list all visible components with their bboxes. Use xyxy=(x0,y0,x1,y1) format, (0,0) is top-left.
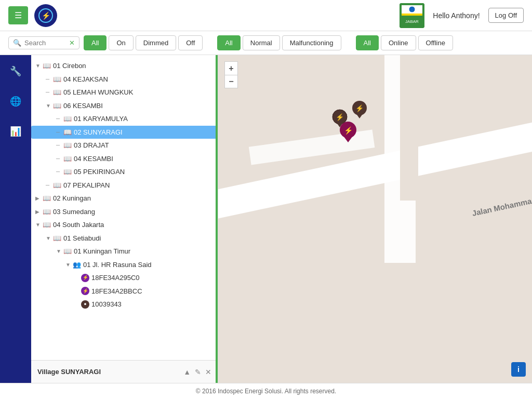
tree-label-kuningan-timur: 01 Kuningan Timur xyxy=(74,246,130,257)
svg-rect-10 xyxy=(400,55,418,201)
tree-bottom-icons: ▲ ✎ ✕ xyxy=(183,368,211,376)
tree-item-dev2[interactable]: ⚡ 18FE34A2BBCC xyxy=(31,285,218,298)
tree-label-drajat: 03 DRAJAT xyxy=(74,140,109,151)
topbar-left: ☰ ⚡ xyxy=(8,4,57,27)
tree-toggle-sumedang: ▶ xyxy=(35,208,42,216)
road-name-label: Jalan Mohammad Toha xyxy=(471,191,532,218)
filter-dimmed[interactable]: Dimmed xyxy=(136,35,176,50)
book-icon-sunyaragi: 📖 xyxy=(63,127,72,138)
tree-item-dev1[interactable]: ⚡ 18FE34A295C0 xyxy=(31,271,218,285)
search-clear-icon[interactable]: ✕ xyxy=(69,39,75,47)
tree-accent-bar xyxy=(216,55,218,383)
filter-on[interactable]: On xyxy=(109,35,133,50)
tree-item-dev3[interactable]: ● 10039343 xyxy=(31,298,218,311)
region-badge: JABAR xyxy=(400,3,424,28)
search-input[interactable] xyxy=(24,39,66,47)
filter-all-power[interactable]: All xyxy=(84,35,107,50)
tree-label-kejaksan: 04 KEJAKSAN xyxy=(63,74,108,85)
tree-label-lemah: 05 LEMAH WUNGKUK xyxy=(63,87,133,98)
tree-label-kesambi2: 04 KESAMBI xyxy=(74,154,113,164)
connection-filter-group: All Online Offline xyxy=(356,35,453,50)
tree-label-pekiringan: 05 PEKIRINGAN xyxy=(74,167,125,177)
nav-icon-chart[interactable]: 📊 xyxy=(6,122,25,141)
tree-bottom-panel: Village SUNYARAGI ▲ ✎ ✕ xyxy=(31,360,218,383)
tree-toggle-kesambi2: ─ xyxy=(56,155,62,163)
svg-text:⚡: ⚡ xyxy=(344,126,353,135)
book-icon-sumedang: 📖 xyxy=(43,207,51,217)
tree-item-cirebon[interactable]: ▼ 📖 01 Cirebon xyxy=(31,59,218,73)
book-icon-kuningan: 📖 xyxy=(43,193,51,204)
nav-icon-wrench[interactable]: 🔧 xyxy=(6,61,25,81)
tree-item-setiabudi[interactable]: ▼ 📖 01 Setiabudi xyxy=(31,232,218,245)
tree-toggle-hr-rasuna: ▼ xyxy=(65,261,72,269)
filter-all-connection[interactable]: All xyxy=(356,35,379,50)
filter-malfunctioning[interactable]: Malfunctioning xyxy=(282,35,341,50)
tree-item-hr-rasuna[interactable]: ▼ 👥 01 Jl. HR Rasuna Said xyxy=(31,258,218,272)
tree-label-sumedang: 03 Sumedang xyxy=(53,207,95,217)
book-icon-setiabudi: 📖 xyxy=(53,233,61,244)
info-button[interactable]: i xyxy=(511,362,526,377)
tree-bottom-close-icon[interactable]: ✕ xyxy=(205,368,211,376)
tree-item-kuningan[interactable]: ▶ 📖 02 Kuningan xyxy=(31,192,218,205)
tree-toggle-cirebon: ▼ xyxy=(35,62,42,70)
filter-all-status[interactable]: All xyxy=(217,35,240,50)
tree-item-southjakarta[interactable]: ▼ 📖 04 South Jakarta xyxy=(31,218,218,232)
map-panel: Jalan Mohammad Toha + − ⚡ xyxy=(218,55,532,383)
book-icon-kesambi2: 📖 xyxy=(63,154,72,164)
search-icon: 🔍 xyxy=(13,39,21,47)
footer-text: © 2016 Indospec Energi Solusi. All right… xyxy=(196,388,336,395)
tree-item-sumedang[interactable]: ▶ 📖 03 Sumedang xyxy=(31,205,218,219)
tree-label-sunyaragi: 02 SUNYARAGI xyxy=(74,127,123,138)
svg-rect-4 xyxy=(402,14,422,16)
book-icon-pekalipan: 📖 xyxy=(53,180,61,191)
svg-text:⚡: ⚡ xyxy=(336,113,344,122)
book-icon-pekiringan: 📖 xyxy=(63,167,72,177)
tree-toggle-drajat: ─ xyxy=(56,141,62,149)
tree-item-sunyaragi[interactable]: ─ 📖 02 SUNYARAGI xyxy=(31,126,218,139)
tree-label-dev1: 18FE34A295C0 xyxy=(91,273,140,283)
filter-off[interactable]: Off xyxy=(178,35,203,50)
svg-rect-9 xyxy=(249,129,375,165)
tree-item-kesambi2[interactable]: ─ 📖 04 KESAMBI xyxy=(31,152,218,166)
book-icon-kuningan-timur: 📖 xyxy=(63,246,72,257)
tree-item-pekalipan[interactable]: ─ 📖 07 PEKALIPAN xyxy=(31,179,218,192)
hello-text: Hello Anthony! xyxy=(433,11,480,20)
device-bolt-icon-1: ⚡ xyxy=(81,274,89,282)
book-icon-cirebon: 📖 xyxy=(43,61,51,71)
tree-toggle-pekiringan: ─ xyxy=(56,168,62,176)
topbar: ☰ ⚡ JABAR Hello Anthony! Log Off xyxy=(0,0,532,31)
zoom-out-button[interactable]: − xyxy=(224,75,238,88)
status-filter-group: All Normal Malfunctioning xyxy=(217,35,341,50)
tree-bottom-expand-icon[interactable]: ▲ xyxy=(183,368,191,376)
tree-toggle-kesambi: ▼ xyxy=(46,102,52,110)
svg-text:⚡: ⚡ xyxy=(355,104,364,113)
tree-item-kuningan-timur[interactable]: ▼ 📖 01 Kuningan Timur xyxy=(31,245,218,258)
tree-item-pekiringan[interactable]: ─ 📖 05 PEKIRINGAN xyxy=(31,165,218,179)
topbar-right: JABAR Hello Anthony! Log Off xyxy=(400,3,524,28)
tree-label-southjakarta: 04 South Jakarta xyxy=(53,220,104,230)
tree-bottom-edit-icon[interactable]: ✎ xyxy=(195,368,201,376)
tree-label-dev3: 10039343 xyxy=(91,299,122,310)
hamburger-button[interactable]: ☰ xyxy=(8,6,28,24)
filter-online[interactable]: Online xyxy=(381,35,416,50)
sidebar-nav: 🔧 🌐 📊 xyxy=(0,55,31,383)
svg-point-5 xyxy=(409,6,415,12)
device-bolt-icon-2: ⚡ xyxy=(81,287,89,295)
zoom-in-button[interactable]: + xyxy=(224,61,238,75)
filter-offline[interactable]: Offline xyxy=(418,35,453,50)
tree-item-lemah[interactable]: ─ 📖 05 LEMAH WUNGKUK xyxy=(31,86,218,99)
tree-item-drajat[interactable]: ─ 📖 03 DRAJAT xyxy=(31,139,218,152)
main-content: 🔧 🌐 📊 ▼ 📖 01 Cirebon ─ 📖 04 KEJAKSAN ─ 📖 xyxy=(0,55,532,383)
tree-item-kesambi[interactable]: ▼ 📖 06 KESAMBI xyxy=(31,99,218,113)
power-filter-group: All On Dimmed Off xyxy=(84,35,203,50)
tree-panel: ▼ 📖 01 Cirebon ─ 📖 04 KEJAKSAN ─ 📖 05 LE… xyxy=(31,55,218,383)
svg-text:JABAR: JABAR xyxy=(405,19,419,24)
logoff-button[interactable]: Log Off xyxy=(488,8,524,23)
book-icon-lemah: 📖 xyxy=(53,87,61,98)
tree-item-karyamulya[interactable]: ─ 📖 01 KARYAMULYA xyxy=(31,112,218,126)
village-label: Village SUNYARAGI xyxy=(37,368,101,376)
tree-toggle-kuningan-timur: ▼ xyxy=(56,247,62,255)
filter-normal[interactable]: Normal xyxy=(243,35,280,50)
tree-item-kejaksan[interactable]: ─ 📖 04 KEJAKSAN xyxy=(31,73,218,86)
nav-icon-globe[interactable]: 🌐 xyxy=(6,91,25,111)
